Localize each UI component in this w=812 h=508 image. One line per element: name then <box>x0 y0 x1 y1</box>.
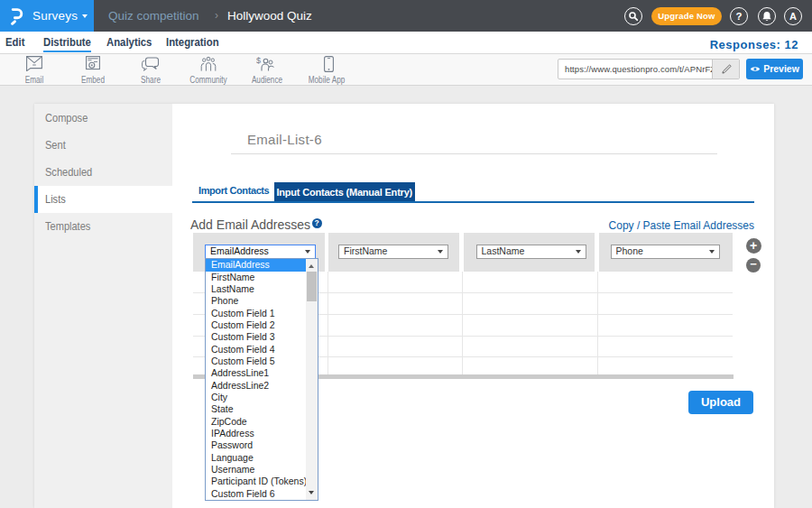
svg-text:$: $ <box>256 56 261 65</box>
